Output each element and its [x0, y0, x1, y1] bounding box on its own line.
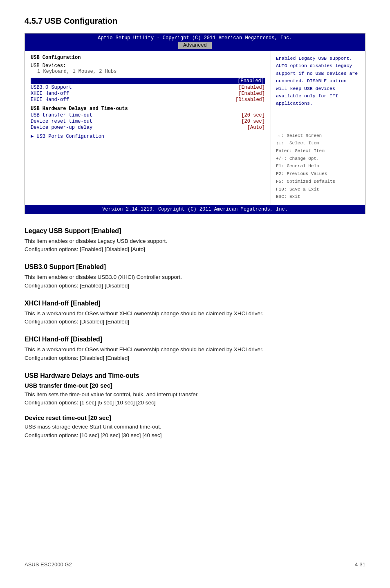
ehci-line1: This is a workaround for OSes without EH… [25, 346, 365, 354]
device-reset-line2: Configuration options: [10 sec] [20 sec]… [25, 431, 365, 440]
section-ehci: EHCI Hand-off [Disabled] This is a worka… [25, 336, 365, 362]
section-usb30: USB3.0 Support [Enabled] This item enabl… [25, 263, 365, 290]
device-reset-line1: USB mass storage device Start Unit comma… [25, 423, 365, 431]
bios-timing-transfer: USB transfer time-out [20 sec] [31, 112, 265, 118]
bios-timing-reset: Device reset time-out [20 sec] [31, 119, 265, 124]
bios-header-line1: Aptio Setup Utility - Copyright (C) 2011… [28, 35, 362, 41]
bios-keys: →←: Select Screen ↑↓: Select Item Enter:… [276, 132, 360, 201]
ehci-line2: Configuration options: [Disabled] [Enabl… [25, 354, 365, 362]
usb-transfer-heading: USB transfer time-out [20 sec] [25, 382, 365, 389]
bios-item-xhci: XHCI Hand-off [Enabled] [31, 91, 265, 97]
bios-timing-powerup: Device power-up delay [Auto] [31, 125, 265, 130]
bios-item-usb30: USB3.0 Support [Enabled] [31, 85, 265, 90]
hw-delays-heading: USB Hardware Delays and Time-outs [25, 372, 365, 379]
bios-active-tab: Advanced [178, 42, 212, 49]
page-footer: ASUS ESC2000 G2 4-31 [25, 558, 365, 568]
section-legacy-usb: Legacy USB Support [Enabled] This item e… [25, 227, 365, 254]
usb30-line2: Configuration options: [Enabled] [Disabl… [25, 282, 365, 290]
bios-hw-delays-label: USB Hardware Delays and Time-outs [31, 106, 265, 112]
bios-right-panel: Enabled Legacy USB support. AUTO option … [271, 51, 365, 205]
section-title-main: USB Configuration [44, 16, 117, 25]
section-title: 4.5.7 USB Configuration [25, 16, 365, 26]
device-reset-heading: Device reset time-out [20 sec] [25, 414, 365, 421]
usb-transfer-line1: This item sets the time-out value for co… [25, 391, 365, 399]
bios-usb-devices-label: USB Devices: [31, 63, 265, 69]
bios-screenshot: Aptio Setup Utility - Copyright (C) 2011… [25, 33, 365, 214]
bios-header: Aptio Setup Utility - Copyright (C) 2011… [25, 34, 365, 51]
bios-footer: Version 2.14.1219. Copyright (C) 2011 Am… [25, 205, 365, 214]
bios-item-legacy: Legacy USB Support [Enabled] [31, 78, 265, 84]
xhci-line1: This is a workaround for OSes without XH… [25, 310, 365, 318]
xhci-line2: Configuration options: [Disabled] [Enabl… [25, 318, 365, 326]
section-hw-delays: USB Hardware Delays and Time-outs USB tr… [25, 372, 365, 440]
bios-section-title: USB Configuration [31, 55, 265, 61]
legacy-usb-heading: Legacy USB Support [Enabled] [25, 227, 365, 235]
bios-help-text: Enabled Legacy USB support. AUTO option … [276, 55, 360, 108]
bios-item-ehci: EHCI Hand-off [Disabled] [31, 97, 265, 103]
bios-usb-ports[interactable]: ► USB Ports Configuration [31, 134, 265, 139]
legacy-usb-line2: Configuration options: [Enabled] [Disabl… [25, 245, 365, 254]
bios-usb-devices-value: 1 Keyboard, 1 Mouse, 2 Hubs [31, 69, 265, 74]
usb30-heading: USB3.0 Support [Enabled] [25, 263, 365, 271]
bios-left-panel: USB Configuration USB Devices: 1 Keyboar… [25, 51, 271, 205]
section-device-reset: Device reset time-out [20 sec] USB mass … [25, 414, 365, 440]
legacy-usb-line1: This item enables or disables Legacy USB… [25, 237, 365, 245]
usb-transfer-line2: Configuration options: [1 sec] [5 sec] [… [25, 399, 365, 407]
xhci-heading: XHCI Hand-off [Enabled] [25, 300, 365, 307]
section-usb-transfer: USB transfer time-out [20 sec] This item… [25, 382, 365, 407]
footer-left: ASUS ESC2000 G2 [25, 561, 72, 568]
section-xhci: XHCI Hand-off [Enabled] This is a workar… [25, 300, 365, 326]
ehci-heading: EHCI Hand-off [Disabled] [25, 336, 365, 343]
section-number: 4.5.7 [25, 16, 43, 25]
usb30-line1: This item enables or disables USB3.0 (XH… [25, 273, 365, 281]
footer-right: 4-31 [355, 561, 365, 568]
